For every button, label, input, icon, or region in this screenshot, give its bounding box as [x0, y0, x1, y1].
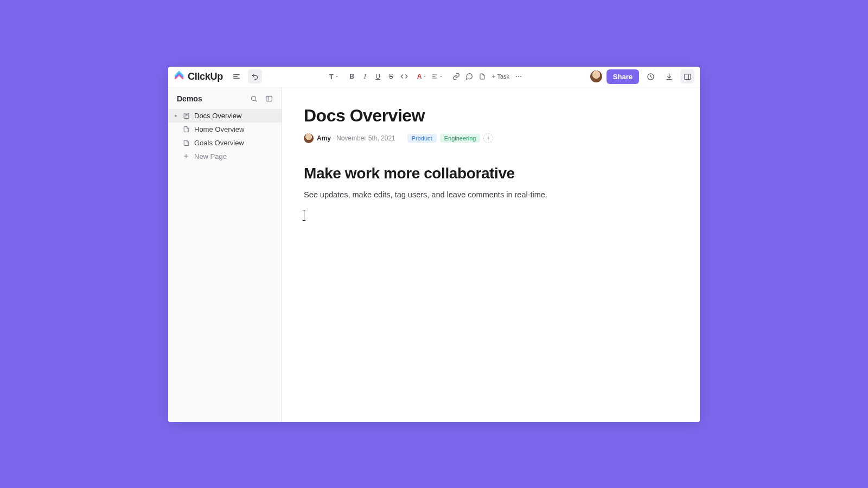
bold-button[interactable]: B [346, 70, 358, 83]
svg-rect-15 [266, 96, 272, 101]
add-tag-button[interactable] [483, 133, 493, 143]
text-cursor-icon [304, 210, 304, 220]
doc-date: November 5th, 2021 [336, 134, 395, 142]
svg-rect-11 [684, 74, 690, 79]
doc-icon [182, 125, 190, 133]
comment-button[interactable] [463, 70, 475, 83]
sidebar-collapse-button[interactable] [263, 93, 275, 105]
align-dropdown[interactable] [430, 70, 445, 83]
text-style-dropdown[interactable]: T [328, 70, 341, 83]
italic-button[interactable]: I [359, 70, 371, 83]
download-button[interactable] [662, 69, 676, 84]
new-page-button[interactable]: New Page [168, 150, 282, 163]
sidebar-search-button[interactable] [248, 93, 260, 105]
doc-meta-row: Amy November 5th, 2021 Product Engineeri… [304, 133, 678, 143]
author-avatar [304, 133, 314, 143]
clickup-logo-icon [174, 71, 184, 82]
sidebar-item-label: Docs Overview [194, 112, 241, 120]
caret-icon: ▸ [174, 113, 178, 118]
underline-button[interactable]: U [372, 70, 384, 83]
topbar-right: Share [590, 69, 694, 84]
author-name: Amy [317, 134, 331, 142]
svg-point-13 [251, 96, 256, 100]
doc-heading[interactable]: Make work more collaborative [304, 165, 678, 182]
doc-paragraph[interactable]: See updates, make edits, tag users, and … [304, 189, 678, 201]
topbar: ClickUp T B I U S A [168, 67, 700, 87]
attach-button[interactable] [476, 70, 488, 83]
more-options-button[interactable] [513, 70, 525, 83]
new-page-label: New Page [194, 152, 227, 160]
sidebar-item-docs-overview[interactable]: ▸ Docs Overview [168, 109, 282, 123]
document-content[interactable]: Docs Overview Amy November 5th, 2021 Pro… [282, 87, 700, 422]
app-window: ClickUp T B I U S A [168, 67, 700, 422]
link-button[interactable] [450, 70, 462, 83]
svg-line-14 [255, 100, 257, 101]
svg-point-7 [518, 76, 519, 77]
sidebar: Demos ▸ Docs Overview [168, 87, 282, 422]
svg-point-6 [516, 76, 517, 77]
sidebar-item-label: Goals Overview [194, 139, 244, 147]
share-button[interactable]: Share [607, 69, 639, 84]
text-color-dropdown[interactable]: A [416, 70, 429, 83]
doc-icon [182, 139, 190, 146]
doc-author[interactable]: Amy [304, 133, 331, 143]
history-button[interactable] [643, 69, 658, 84]
sidebar-item-goals-overview[interactable]: Goals Overview [168, 136, 282, 150]
doc-icon [182, 112, 190, 119]
user-avatar[interactable] [590, 70, 602, 82]
sidebar-header: Demos [168, 87, 282, 109]
sidebar-item-label: Home Overview [194, 125, 244, 133]
format-toolbar: T B I U S A [266, 70, 586, 83]
brand-logo[interactable]: ClickUp [174, 71, 223, 82]
panel-toggle-button[interactable] [680, 69, 694, 84]
tag-engineering[interactable]: Engineering [440, 134, 481, 143]
doc-tags: Product Engineering [407, 133, 494, 143]
body: Demos ▸ Docs Overview [168, 87, 700, 422]
undo-button[interactable] [248, 69, 262, 84]
add-task-button[interactable]: + Task [489, 73, 512, 80]
menu-button[interactable] [229, 69, 244, 84]
space-name: Demos [177, 94, 202, 103]
sidebar-nav-list: ▸ Docs Overview Home Overview [168, 109, 282, 163]
code-button[interactable] [398, 70, 410, 83]
plus-icon [182, 152, 190, 160]
tag-product[interactable]: Product [407, 134, 437, 143]
brand-name: ClickUp [188, 71, 223, 82]
svg-point-8 [520, 76, 521, 77]
doc-title[interactable]: Docs Overview [304, 106, 678, 126]
add-task-label: Task [497, 73, 509, 80]
strikethrough-button[interactable]: S [385, 70, 397, 83]
sidebar-item-home-overview[interactable]: Home Overview [168, 123, 282, 136]
